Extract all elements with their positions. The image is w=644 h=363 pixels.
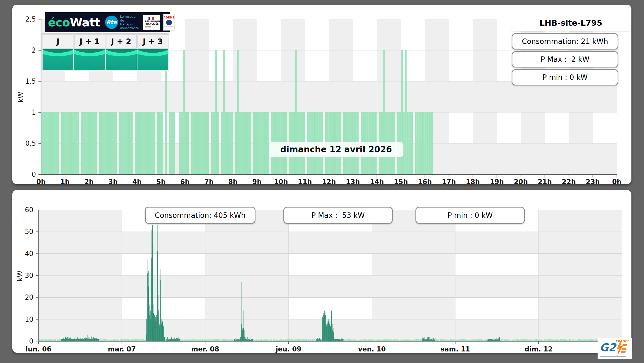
daily-x-tick-label: 6h bbox=[180, 178, 190, 186]
ademe-tagline-lines bbox=[164, 26, 174, 28]
ecowatt-logo-eco: éco bbox=[48, 16, 70, 29]
weekly-x-tick-label: dim. 12 bbox=[524, 345, 553, 353]
daily-y-axis-unit: kW bbox=[16, 92, 24, 102]
daily-x-tick-label: 16h bbox=[418, 178, 432, 186]
weekly-y-axis-unit: kW bbox=[16, 270, 24, 281]
weekly-x-tick-label: mer. 08 bbox=[191, 345, 219, 353]
french-flag-icon bbox=[148, 17, 154, 20]
daily-x-tick-label: 10h bbox=[274, 178, 288, 186]
rte-logo: Rte Le réseau de transport d'électricité bbox=[105, 15, 140, 30]
ademe-globe-icon bbox=[166, 20, 172, 25]
daily-x-tick-label: 20h bbox=[514, 178, 528, 186]
daily-x-tick-label: 15h bbox=[394, 178, 408, 186]
daily-y-tick-label: 0 bbox=[32, 171, 36, 178]
daily-x-tick-label: 4h bbox=[132, 178, 142, 186]
daily-x-tick-label: 22h bbox=[562, 178, 576, 186]
weekly-y-tick-label: 50 bbox=[25, 228, 33, 236]
daily-pmax-stat: P Max : 2 kW bbox=[512, 51, 618, 67]
day-cell-j1: J + 1 bbox=[74, 34, 105, 70]
daily-x-tick-label: 1h bbox=[60, 178, 70, 186]
g2e-text: G2 bbox=[600, 342, 616, 353]
daily-y-tick-label: 1,5 bbox=[25, 77, 36, 85]
daily-x-tick-label: 14h bbox=[370, 178, 384, 186]
g2e-tagline-line bbox=[600, 356, 626, 357]
rf-motto-lines bbox=[145, 26, 151, 28]
daily-consumption-stat: Consommation: 21 kWh bbox=[512, 33, 618, 50]
daily-x-tick-label: 9h bbox=[252, 178, 262, 186]
rte-logo-icon: Rte bbox=[105, 16, 118, 29]
weekly-pmax-stat: P Max : 53 kW bbox=[283, 207, 393, 224]
weekly-x-tick-label: sam. 11 bbox=[440, 345, 470, 353]
daily-x-tick-label: 0h bbox=[36, 178, 46, 186]
date-overlay-label: dimanche 12 avril 2026 bbox=[269, 142, 403, 157]
day-cell-j: J bbox=[43, 34, 73, 70]
day-button-j[interactable]: J bbox=[43, 34, 73, 48]
weekly-chart-panel: Consommation: 405 kWh P Max : 53 kW P mi… bbox=[12, 190, 631, 353]
daily-pmin-stat: P min : 0 kW bbox=[512, 69, 618, 85]
weekly-consumption-stat: Consommation: 405 kWh bbox=[145, 207, 255, 224]
daily-x-tick-label: 13h bbox=[346, 178, 360, 186]
ademe-logo: ADEME bbox=[163, 14, 175, 31]
daily-x-tick-label: 11h bbox=[298, 178, 312, 186]
g2e-lightning-icon bbox=[616, 341, 627, 357]
weekly-x-tick-label: mar. 07 bbox=[108, 345, 136, 353]
rte-tagline: Le réseau de transport d'électricité bbox=[120, 15, 139, 30]
daily-x-tick-label: 0h bbox=[612, 178, 622, 186]
signal-image-j-plus-2[interactable] bbox=[106, 49, 137, 70]
daily-y-tick-label: 2 bbox=[32, 46, 36, 54]
ecowatt-logo: écoWatt bbox=[48, 17, 100, 28]
day-button-j-plus-3[interactable]: J + 3 bbox=[137, 34, 168, 48]
day-cell-j2: J + 2 bbox=[106, 34, 137, 70]
daily-x-tick-label: 3h bbox=[108, 178, 118, 186]
republique-francaise-logo: RÉPUBLIQUEFRANÇAISE bbox=[143, 15, 160, 30]
signal-image-j-plus-3[interactable] bbox=[137, 49, 168, 70]
g2e-france-logo: FRANCE G2 bbox=[598, 338, 632, 359]
weekly-y-tick-label: 60 bbox=[25, 206, 33, 214]
weekly-x-tick-label: jeu. 09 bbox=[276, 345, 301, 353]
weekly-x-tick-label: lun. 06 bbox=[25, 345, 51, 353]
day-cell-j3: J + 3 bbox=[137, 34, 168, 70]
daily-x-tick-label: 19h bbox=[490, 178, 504, 186]
daily-y-tick-label: 2,5 bbox=[25, 15, 36, 23]
site-title: LHB-site-L795 bbox=[510, 14, 631, 31]
signal-image-j[interactable] bbox=[43, 49, 73, 70]
day-selector: J J + 1 J + 2 J + 3 bbox=[42, 33, 169, 71]
daily-y-tick-label: 0,5 bbox=[25, 140, 36, 147]
daily-x-tick-label: 5h bbox=[156, 178, 166, 186]
weekly-y-tick-label: 40 bbox=[25, 250, 33, 258]
ecowatt-banner: écoWatt Rte Le réseau de transport d'éle… bbox=[45, 12, 170, 32]
ademe-text: ADEME bbox=[164, 16, 174, 19]
daily-x-tick-label: 21h bbox=[538, 178, 552, 186]
weekly-y-tick-label: 0 bbox=[29, 337, 33, 345]
daily-y-tick-label: 1 bbox=[32, 109, 36, 116]
signal-image-j-plus-1[interactable] bbox=[74, 49, 105, 70]
daily-x-tick-label: 17h bbox=[442, 178, 456, 186]
weekly-pmin-stat: P min : 0 kW bbox=[415, 207, 525, 224]
daily-chart-panel: écoWatt Rte Le réseau de transport d'éle… bbox=[12, 5, 631, 184]
daily-x-tick-label: 23h bbox=[586, 178, 600, 186]
day-button-j-plus-2[interactable]: J + 2 bbox=[106, 34, 137, 48]
weekly-x-tick-label: ven. 10 bbox=[358, 345, 386, 353]
day-button-j-plus-1[interactable]: J + 1 bbox=[74, 34, 105, 48]
daily-x-tick-label: 18h bbox=[466, 178, 480, 186]
daily-x-tick-label: 8h bbox=[228, 178, 238, 186]
daily-x-tick-label: 12h bbox=[322, 178, 336, 186]
weekly-y-tick-label: 20 bbox=[25, 293, 33, 301]
weekly-y-tick-label: 10 bbox=[25, 316, 33, 323]
republique-text: RÉPUBLIQUEFRANÇAISE bbox=[144, 21, 159, 25]
weekly-y-tick-label: 30 bbox=[25, 272, 33, 279]
daily-x-tick-label: 2h bbox=[84, 178, 94, 186]
ecowatt-logo-watt: Watt bbox=[70, 16, 100, 29]
daily-x-tick-label: 7h bbox=[204, 178, 214, 186]
